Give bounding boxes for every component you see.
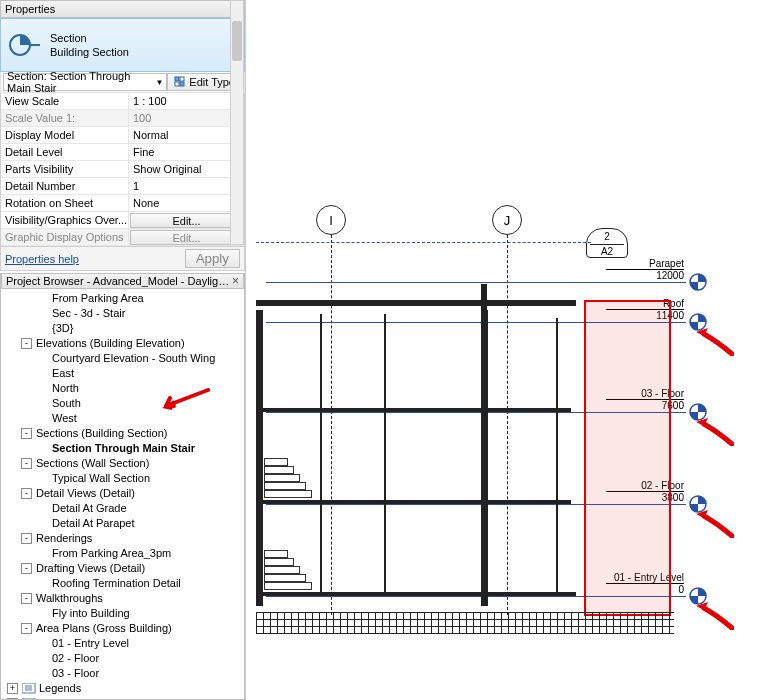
crop-region[interactable] (584, 300, 671, 616)
tree-node[interactable]: Section Through Main Stair (3, 441, 244, 456)
collapse-icon[interactable]: - (21, 338, 32, 349)
tree-label: Schedules/Quantities (39, 696, 143, 699)
collapse-icon[interactable]: - (21, 533, 32, 544)
tree-spacer (37, 653, 48, 664)
tree-spacer (37, 473, 48, 484)
tree-node[interactable]: Detail At Parapet (3, 516, 244, 531)
tree-label: Walkthroughs (36, 591, 103, 606)
tree-label: Drafting Views (Detail) (36, 561, 145, 576)
collapse-icon[interactable]: - (21, 488, 32, 499)
tree-label: Elevations (Building Elevation) (36, 336, 185, 351)
tree-node[interactable]: Sec - 3d - Stair (3, 306, 244, 321)
property-row[interactable]: Visibility/Graphics Over...Edit... (1, 212, 244, 229)
tree-node[interactable]: -Sections (Building Section) (3, 426, 244, 441)
property-value[interactable]: Show Original (129, 161, 244, 177)
tree-label: Renderings (36, 531, 92, 546)
drawing-canvas[interactable]: 2 A2 I J Parapet12000Roof1140003 - Floor… (245, 0, 768, 700)
tree-spacer (37, 368, 48, 379)
tree-spacer (37, 638, 48, 649)
tree-node[interactable]: -Elevations (Building Elevation) (3, 336, 244, 351)
tree-node[interactable]: -Schedules/Quantities (3, 696, 244, 699)
property-row[interactable]: Detail Number1 (1, 178, 244, 195)
property-key: Visibility/Graphics Over... (1, 212, 129, 228)
expand-icon[interactable]: + (7, 683, 18, 694)
tree-label: Area Plans (Gross Building) (36, 621, 172, 636)
tree-node[interactable]: Typical Wall Section (3, 471, 244, 486)
property-edit-button[interactable]: Edit... (130, 213, 243, 228)
type-selector[interactable]: Section Building Section ▼ (0, 18, 245, 72)
property-value[interactable]: Normal (129, 127, 244, 143)
instance-selector[interactable]: Section: Section Through Main Stair ▼ (3, 73, 167, 91)
tree-node[interactable]: East (3, 366, 244, 381)
tree-node[interactable]: -Walkthroughs (3, 591, 244, 606)
properties-help-link[interactable]: Properties help (5, 253, 79, 265)
property-edit-button[interactable]: Edit... (130, 230, 243, 245)
property-row[interactable]: Parts VisibilityShow Original (1, 161, 244, 178)
property-key: Graphic Display Options (1, 229, 129, 245)
collapse-icon[interactable]: - (21, 623, 32, 634)
tree-node[interactable]: From Parking Area (3, 291, 244, 306)
properties-scrollbar[interactable] (230, 0, 244, 245)
property-row[interactable]: Detail LevelFine (1, 144, 244, 161)
close-icon[interactable]: × (232, 274, 239, 288)
tree-label: South (52, 396, 81, 411)
collapse-icon[interactable]: - (21, 593, 32, 604)
tree-label: Sections (Wall Section) (36, 456, 149, 471)
tree-node[interactable]: +Legends (3, 681, 244, 696)
tree-node[interactable]: Detail At Grade (3, 501, 244, 516)
tree-node[interactable]: Roofing Termination Detail (3, 576, 244, 591)
property-value[interactable]: 100 (129, 110, 244, 126)
tree-label: Sections (Building Section) (36, 426, 167, 441)
project-browser-tree[interactable]: From Parking AreaSec - 3d - Stair{3D}-El… (1, 289, 244, 699)
tree-label: West (52, 411, 77, 426)
collapse-icon[interactable]: - (21, 458, 32, 469)
property-row[interactable]: Scale Value 1:100 (1, 110, 244, 127)
chevron-down-icon: ▼ (155, 78, 163, 87)
collapse-icon[interactable]: - (21, 428, 32, 439)
property-value[interactable]: 1 (129, 178, 244, 194)
tree-label: From Parking Area (52, 291, 144, 306)
section-reference-bubble[interactable]: 2 A2 (586, 228, 628, 258)
property-row[interactable]: View Scale1 : 100 (1, 93, 244, 110)
property-row[interactable]: Graphic Display OptionsEdit... (1, 229, 244, 246)
grid-bubble-i[interactable]: I (316, 205, 346, 235)
collapse-icon[interactable]: - (7, 698, 18, 699)
tree-node[interactable]: 01 - Entry Level (3, 636, 244, 651)
collapse-icon[interactable]: - (21, 563, 32, 574)
tree-node[interactable]: From Parking Area_3pm (3, 546, 244, 561)
schedule-icon (22, 698, 36, 699)
property-key: Detail Level (1, 144, 129, 160)
tree-node[interactable]: West (3, 411, 244, 426)
tree-label: 03 - Floor (52, 666, 99, 681)
level-label[interactable]: Parapet12000 (606, 258, 684, 281)
tree-node[interactable]: {3D} (3, 321, 244, 336)
tree-label: Fly into Building (52, 606, 130, 621)
tree-spacer (37, 608, 48, 619)
property-value[interactable]: Fine (129, 144, 244, 160)
level-head-icon[interactable] (688, 272, 708, 292)
property-row[interactable]: Display ModelNormal (1, 127, 244, 144)
tree-label: From Parking Area_3pm (52, 546, 171, 561)
tree-node[interactable]: Fly into Building (3, 606, 244, 621)
properties-grid: View Scale1 : 100Scale Value 1:100Displa… (0, 93, 245, 247)
tree-node[interactable]: Courtyard Elevation - South Wing (3, 351, 244, 366)
tree-node[interactable]: 03 - Floor (3, 666, 244, 681)
property-value[interactable]: 1 : 100 (129, 93, 244, 109)
tree-node[interactable]: -Drafting Views (Detail) (3, 561, 244, 576)
callout-arrow-icon (160, 388, 210, 412)
tree-node[interactable]: 02 - Floor (3, 651, 244, 666)
property-row[interactable]: Rotation on SheetNone (1, 195, 244, 212)
grid-bubble-j[interactable]: J (492, 205, 522, 235)
tree-spacer (37, 383, 48, 394)
apply-button[interactable]: Apply (185, 249, 240, 268)
tree-node[interactable]: -Sections (Wall Section) (3, 456, 244, 471)
tree-spacer (37, 668, 48, 679)
property-value[interactable]: None (129, 195, 244, 211)
tree-node[interactable]: -Detail Views (Detail) (3, 486, 244, 501)
svg-rect-4 (175, 82, 179, 86)
tree-node[interactable]: -Area Plans (Gross Building) (3, 621, 244, 636)
ground-hatch (256, 612, 674, 634)
svg-rect-5 (180, 82, 184, 86)
tree-node[interactable]: -Renderings (3, 531, 244, 546)
properties-title: Properties (5, 3, 55, 15)
